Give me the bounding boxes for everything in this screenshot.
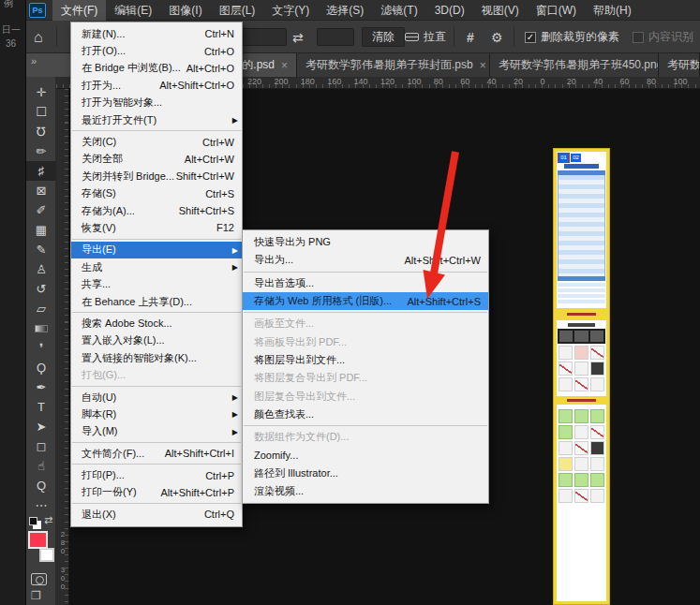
file-menu-item-place-embedded[interactable]: 置入嵌入对象(L)... [71,332,242,349]
document-preview[interactable]: 01 02 [553,148,610,605]
crop-overlay-icon[interactable]: # [467,21,474,53]
file-menu-item-place-linked[interactable]: 置入链接的智能对象(K)... [71,349,242,366]
home-icon[interactable]: ⌂ [34,21,43,53]
menu-shortcut: Shift+Ctrl+W [176,170,234,182]
file-menu-item-revert[interactable]: 恢复(V)F12 [71,219,242,236]
background-color-swatch[interactable] [39,548,54,562]
file-menu-item-print-one-copy[interactable]: 打印一份(Y)Alt+Shift+Ctrl+P [71,484,242,501]
document-tab[interactable]: 考研数学郭伟暑期弟子班450.png× [490,53,659,77]
export-menu-item-export-preferences[interactable]: 导出首选项... [243,274,488,292]
menubar-item-window[interactable]: 窗口(W) [528,0,585,21]
file-menu-item-open-recent[interactable]: 最近打开文件(T)▶ [71,111,242,128]
export-menu-item-quick-export-as-png[interactable]: 快速导出为 PNG [243,233,488,251]
file-menu-item-save[interactable]: 存储(S)Ctrl+S [71,185,242,202]
crop-settings-gear-icon[interactable]: ⚙ [491,21,503,53]
frame-tool[interactable]: ⊠ [26,181,56,200]
preview-badge: 02 [571,154,581,162]
file-menu-item-automate[interactable]: 自动(U)▶ [71,389,242,406]
history-brush-tool[interactable]: ↺ [26,279,56,299]
hand-tool[interactable]: ☝ [26,456,56,476]
file-menu-item-close-and-go-to-bridge[interactable]: 关闭并转到 Bridge...Shift+Ctrl+W [71,168,242,184]
menubar-item-filter[interactable]: 滤镜(T) [372,0,425,21]
eyedropper-tool[interactable]: ✐ [26,200,56,220]
file-menu-item-label: 在 Bridge 中浏览(B)... [82,61,175,75]
shape-tool[interactable]: ◻ [26,436,56,456]
blur-tool[interactable]: ❜ [26,338,56,358]
quick-selection-tool[interactable]: ✏ [26,141,56,161]
toolbar-collapse-icon[interactable]: » [31,55,37,66]
file-menu-item-exit[interactable]: 退出(X)Ctrl+Q [71,506,242,523]
menubar-item-file[interactable]: 文件(F) [52,0,106,21]
pen-tool[interactable]: ✒ [26,377,56,397]
healing-brush-tool[interactable]: ▦ [26,220,56,240]
file-menu-item-file-info[interactable]: 文件简介(F)...Alt+Shift+Ctrl+I [71,445,242,462]
export-menu-item-zoomify[interactable]: Zoomify... [243,446,488,464]
file-menu-item-open-as[interactable]: 打开为...Alt+Shift+Ctrl+O [71,77,242,94]
file-menu-item-new[interactable]: 新建(N)...Ctrl+N [71,25,242,42]
foreground-color-swatch[interactable] [28,531,48,549]
tab-close-icon[interactable]: × [480,59,486,72]
lasso-tool[interactable]: ℧ [26,122,56,141]
file-menu-item-share-on-behance[interactable]: 在 Behance 上共享(D)... [71,293,242,310]
file-menu-item-label: 存储(S) [82,186,194,200]
file-menu-item-export[interactable]: 导出(E)▶ [71,242,242,258]
type-tool[interactable]: T [26,397,56,417]
straighten-control[interactable]: 拉直 [405,21,446,53]
file-menu-item-open[interactable]: 打开(O)...Ctrl+O [71,42,242,59]
menubar-item-image[interactable]: 图像(I) [160,0,210,21]
menubar-item-3d[interactable]: 3D(D) [426,0,473,21]
gradient-tool[interactable] [26,318,56,338]
file-menu-item-open-as-smart-object[interactable]: 打开为智能对象... [71,95,242,111]
menubar-item-select[interactable]: 选择(S) [318,0,372,21]
swap-dimensions-icon[interactable]: ⇄ [292,21,304,53]
menubar-item-edit[interactable]: 编辑(E) [106,0,160,21]
eraser-tool[interactable]: ▱ [26,299,56,318]
preview-title-bar [564,164,599,169]
clone-stamp-tool[interactable]: ♙ [26,259,56,279]
document-tab[interactable]: 考研数学郭伟暑期弟子班封面.psb× [297,53,490,77]
menubar-item-type[interactable]: 文字(Y) [263,0,318,21]
file-menu-item-close[interactable]: 关闭(C)Ctrl+W [71,133,242,150]
file-menu-item-scripts[interactable]: 脚本(R)▶ [71,406,242,422]
menubar-item-layer[interactable]: 图层(L) [211,0,264,21]
screen-mode-button[interactable]: ❐ [31,589,41,602]
brush-tool[interactable]: ✎ [26,240,56,259]
tab-close-icon[interactable]: × [281,59,288,72]
zoom-tool[interactable]: Q [26,476,56,495]
dodge-tool[interactable]: Ϙ [26,358,56,377]
menu-shortcut: Alt+Shift+Ctrl+S [407,296,481,307]
export-menu-item-color-lookup-tables[interactable]: 颜色查找表... [243,406,488,423]
export-menu-item-export-as[interactable]: 导出为...Alt+Shift+Ctrl+W [243,251,488,269]
quick-mask-button[interactable] [31,573,47,585]
document-tab[interactable]: 考研数学郭 [659,53,700,77]
divider [454,27,454,47]
file-menu-item-search-adobe-stock[interactable]: 搜索 Adobe Stock... [71,315,242,332]
edit-toolbar[interactable]: ⋯ [26,495,56,515]
export-menu-item-layers-to-files[interactable]: 将图层导出到文件... [243,351,488,369]
marquee-tool[interactable]: ☐ [26,102,56,122]
file-menu-item-label: 文件简介(F)... [82,447,154,461]
file-menu-item-browse-in-bridge[interactable]: 在 Bridge 中浏览(B)...Alt+Ctrl+O [71,60,242,77]
export-menu-item-save-for-web-legacy[interactable]: 存储为 Web 所用格式 (旧版)...Alt+Shift+Ctrl+S [243,292,488,310]
menubar-item-view[interactable]: 视图(V) [473,0,528,21]
file-menu-item-print[interactable]: 打印(P)...Ctrl+P [71,466,242,483]
file-menu-item-save-as[interactable]: 存储为(A)...Shift+Ctrl+S [71,202,242,219]
swap-colors-icon[interactable]: ⇄ [44,514,52,526]
clear-button[interactable]: 清除 [362,27,405,47]
path-selection-tool[interactable]: ➤ [26,417,56,436]
file-menu-item-share[interactable]: 共享... [71,275,242,292]
export-menu-item-paths-to-illustrator[interactable]: 路径到 Illustrator... [243,465,488,482]
menubar-item-help[interactable]: 帮助(H) [585,0,640,21]
crop-height-field[interactable] [317,28,354,46]
crop-tool[interactable]: ♯ [26,161,56,181]
delete-cropped-pixels-checkbox[interactable]: ✓ 删除裁剪的像素 [525,21,619,53]
checkbox-checked-icon: ✓ [525,32,536,43]
file-menu-item-import[interactable]: 导入(M)▶ [71,423,242,440]
file-menu-item-close-all[interactable]: 关闭全部Alt+Ctrl+W [71,151,242,168]
default-colors-icon[interactable] [29,517,37,525]
export-menu-item-render-video[interactable]: 渲染视频... [243,482,488,500]
ruler-label: 100 [673,77,687,86]
preview-content: 01 02 [557,152,606,601]
file-menu-item-generate[interactable]: 生成▶ [71,258,242,275]
move-tool[interactable]: ✛ [26,82,56,102]
